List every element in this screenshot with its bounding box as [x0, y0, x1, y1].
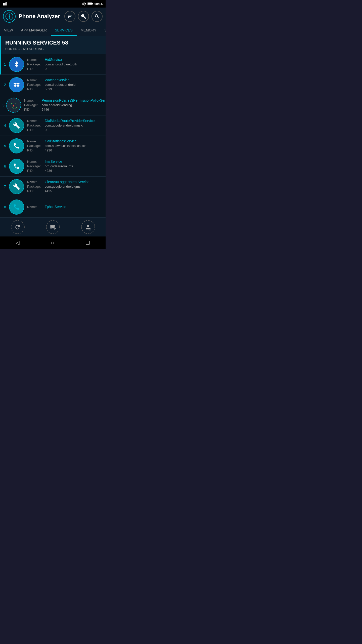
- tab-bar: VIEW APP MANAGER SERVICES MEMORY SYSTEM …: [0, 25, 106, 36]
- search-button[interactable]: [92, 11, 103, 22]
- service-name: HidService: [45, 58, 62, 62]
- tab-system-info[interactable]: SYSTEM IN: [101, 25, 106, 36]
- list-item[interactable]: 7 Name: ClearcutLoggerIntentService Pack…: [0, 177, 106, 197]
- pid-row: PID: 5446: [24, 108, 106, 111]
- list-item[interactable]: 8 Name: TphceService: [0, 197, 106, 217]
- list-item[interactable]: 3 Name: PermissionPolicies$PermissionPol…: [0, 95, 106, 115]
- service-name: CallStatisticsService: [45, 139, 77, 143]
- service-list: 1 Name: HidService Package: com.android.…: [0, 54, 106, 217]
- item-details: Name: TphceService: [27, 205, 103, 210]
- item-details: Name: ImsService Package: org.codeaurora…: [27, 159, 103, 173]
- pid-label: PID:: [27, 67, 45, 71]
- service-name: TphceService: [45, 205, 66, 209]
- refresh-button[interactable]: [11, 220, 25, 234]
- service-name: PermissionPolicies$PermissionPolicyServi…: [42, 98, 106, 102]
- list-item[interactable]: 4 Name: DialMediaRouteProviderService Pa…: [0, 115, 106, 136]
- svg-rect-7: [92, 3, 93, 4]
- back-button[interactable]: ◁: [16, 240, 19, 246]
- pid-label: PID:: [27, 87, 45, 91]
- svg-rect-0: [3, 3, 4, 6]
- item-details: Name: DialMediaRouteProviderService Pack…: [27, 119, 103, 133]
- name-row: Name: ImsService: [27, 159, 103, 164]
- package-label: Package:: [24, 103, 42, 107]
- name-row: Name: CallStatisticsService: [27, 139, 103, 143]
- list-item[interactable]: 6 Name: ImsService Package: org.codeauro…: [0, 156, 106, 177]
- service-pid: 4236: [45, 148, 52, 152]
- pid-label: PID:: [27, 189, 45, 193]
- service-name: ClearcutLoggerIntentService: [45, 180, 89, 184]
- sort-button[interactable]: [64, 11, 75, 22]
- service-name: DialMediaRouteProviderService: [45, 119, 95, 123]
- package-row: Package: com.android.vending: [24, 103, 106, 107]
- play-store-icon: [6, 98, 21, 113]
- pid-row: PID: 5829: [27, 87, 103, 91]
- pid-row: PID: 0: [27, 67, 103, 71]
- service-package: com.android.bluetooth: [45, 62, 77, 66]
- tools-icon: [9, 118, 24, 133]
- item-number: 4: [3, 124, 8, 128]
- status-bar-right: 10:14: [82, 2, 103, 6]
- service-package: com.google.android.gms: [45, 185, 80, 188]
- person-settings-button[interactable]: [81, 220, 95, 234]
- svg-rect-1: [4, 3, 5, 6]
- item-details: Name: CallStatisticsService Package: com…: [27, 139, 103, 153]
- name-row: Name: PermissionPolicies$PermissionPolic…: [24, 98, 106, 102]
- name-label: Name:: [27, 205, 45, 209]
- service-package: com.android.vending: [42, 103, 72, 107]
- item-number: 2: [3, 83, 8, 87]
- name-label: Name:: [27, 78, 45, 82]
- tab-app-manager[interactable]: APP MANAGER: [17, 25, 51, 36]
- item-number: 7: [3, 185, 8, 189]
- item-number: 1: [3, 62, 8, 66]
- item-details: Name: ClearcutLoggerIntentService Packag…: [27, 180, 103, 194]
- pid-row: PID: 0: [27, 128, 103, 132]
- tab-view[interactable]: VIEW: [0, 25, 17, 36]
- status-bar: 10:14: [0, 0, 106, 8]
- item-details: Name: HidService Package: com.android.bl…: [27, 58, 103, 71]
- package-row: Package: com.dropbox.android: [27, 83, 103, 87]
- pid-label: PID:: [27, 148, 45, 152]
- service-package: com.google.android.music: [45, 124, 83, 127]
- name-label: Name:: [24, 99, 42, 102]
- package-label: Package:: [27, 124, 45, 127]
- service-pid: 4236: [45, 169, 52, 173]
- accent-bar: [0, 54, 1, 74]
- svg-point-13: [89, 228, 90, 229]
- item-number: 8: [3, 205, 8, 209]
- service-pid: 5446: [42, 108, 49, 111]
- svg-rect-3: [6, 2, 7, 6]
- recent-button[interactable]: ☐: [85, 240, 90, 246]
- tools-button[interactable]: [78, 11, 89, 22]
- name-row: Name: HidService: [27, 58, 103, 62]
- svg-point-4: [84, 5, 84, 6]
- package-label: Package:: [27, 83, 45, 87]
- item-number: 3: [3, 103, 5, 107]
- tab-services[interactable]: SERVICES: [51, 25, 77, 36]
- service-package: org.codeaurora.ims: [45, 164, 73, 168]
- section-title: RUNNING SERVICES 58: [5, 39, 102, 46]
- bluetooth-icon: [9, 57, 24, 72]
- service-pid: 4425: [45, 189, 52, 193]
- app-title: Phone Analyzer: [19, 13, 61, 20]
- android-nav: ◁ ○ ☐: [0, 236, 106, 249]
- package-row: Package: com.huawei.callstatisticsutils: [27, 144, 103, 148]
- pid-row: PID: 4425: [27, 189, 103, 193]
- status-time: 10:14: [94, 2, 103, 6]
- pid-row: PID: 4236: [27, 169, 103, 173]
- item-number: 5: [3, 144, 8, 148]
- list-item[interactable]: 5 Name: CallStatisticsService Package: c…: [0, 136, 106, 156]
- bottom-nav: [0, 217, 106, 236]
- home-button[interactable]: ○: [51, 240, 54, 246]
- header-icons: [64, 11, 103, 22]
- package-label: Package:: [27, 62, 45, 66]
- service-package: com.huawei.callstatisticsutils: [45, 144, 86, 148]
- phone-icon: [9, 138, 24, 153]
- package-label: Package:: [27, 144, 45, 148]
- tab-memory[interactable]: MEMORY: [77, 25, 101, 36]
- list-item[interactable]: 2 Name: WatcherService Package: com.drop…: [0, 75, 106, 95]
- name-row: Name: DialMediaRouteProviderService: [27, 119, 103, 123]
- sort-down-button[interactable]: [46, 220, 60, 234]
- section-header: RUNNING SERVICES 58 SORTING - NO SORTING: [0, 36, 106, 54]
- dropbox-icon: [9, 77, 24, 92]
- list-item[interactable]: 1 Name: HidService Package: com.android.…: [0, 54, 106, 75]
